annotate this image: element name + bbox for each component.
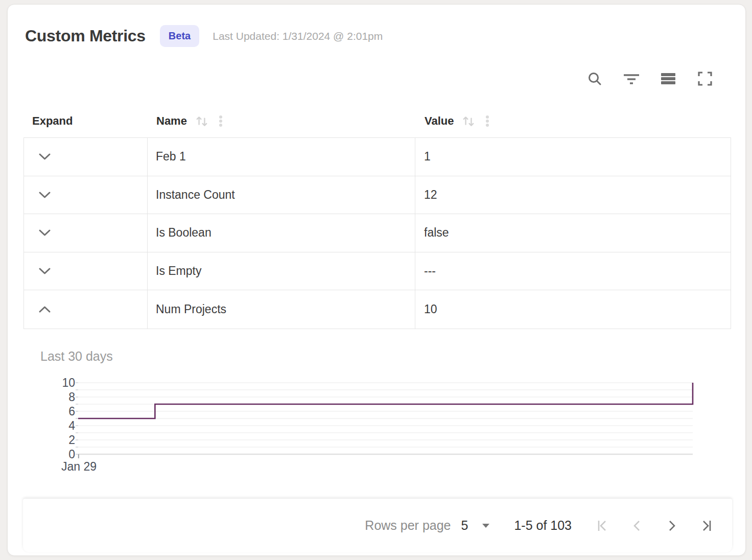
name-cell: Is Boolean [148, 214, 415, 252]
expand-cell [24, 176, 148, 214]
y-tick-label: 8 [68, 391, 75, 403]
fullscreen-button[interactable] [695, 69, 715, 88]
rows-per-page-label: Rows per page [365, 518, 451, 533]
metrics-table: Expand Name Value [24, 105, 731, 329]
table-row: Instance Count 12 [24, 176, 731, 215]
x-axis-label: Jan 29 [61, 460, 731, 474]
last-page-icon [699, 519, 714, 533]
column-header-value[interactable]: Value [415, 114, 731, 128]
chart-plot [78, 382, 693, 455]
value-cell: 10 [415, 290, 731, 329]
pagination-controls [595, 519, 714, 533]
custom-metrics-card: Custom Metrics Beta Last Updated: 1/31/2… [7, 4, 746, 556]
table-body: Feb 1 1 Instance Count 12 [24, 137, 731, 329]
pagination-range-text: 1-5 of 103 [514, 518, 572, 533]
column-header-name[interactable]: Name [148, 114, 415, 128]
y-tick-label: 0 [68, 449, 75, 460]
rows-per-page-select[interactable]: 5 [461, 518, 491, 533]
y-tick-label: 10 [62, 377, 75, 389]
column-header-expand: Expand [24, 114, 148, 128]
sort-icon[interactable] [195, 114, 208, 128]
expand-cell [24, 252, 148, 290]
next-page-button[interactable] [665, 519, 679, 533]
name-cell: Feb 1 [148, 138, 415, 176]
chevron-right-icon [665, 519, 679, 533]
sort-icon[interactable] [462, 114, 475, 128]
previous-page-button[interactable] [630, 519, 644, 533]
rows-per-page-value: 5 [461, 518, 468, 533]
last-updated-text: Last Updated: 1/31/2024 @ 2:01pm [213, 30, 383, 42]
expand-button[interactable] [35, 188, 54, 202]
page-title: Custom Metrics [25, 27, 146, 45]
y-tick-label: 6 [68, 406, 75, 417]
filter-button[interactable] [622, 69, 641, 88]
collapse-button[interactable] [35, 302, 54, 316]
table-toolbar [585, 69, 715, 88]
chevron-down-icon [38, 153, 51, 160]
expand-cell [24, 290, 148, 329]
filter-icon [623, 71, 640, 87]
chevron-up-icon [38, 306, 51, 313]
beta-badge: Beta [160, 25, 199, 47]
name-cell: Instance Count [148, 176, 415, 214]
table-row: Num Projects 10 [24, 290, 731, 329]
chevron-down-icon [38, 267, 51, 275]
name-cell: Is Empty [148, 252, 415, 290]
search-icon [586, 71, 603, 87]
expand-button[interactable] [35, 264, 54, 278]
value-cell: 1 [415, 138, 731, 176]
chevron-down-icon [38, 191, 51, 199]
last-page-button[interactable] [699, 519, 714, 533]
value-cell: 12 [415, 176, 731, 214]
chart-title: Last 30 days [40, 349, 731, 364]
table-footer: Rows per page 5 1-5 of 103 [23, 499, 732, 552]
header: Custom Metrics Beta Last Updated: 1/31/2… [25, 25, 383, 47]
expand-button[interactable] [35, 226, 54, 240]
caret-down-icon [481, 523, 490, 529]
column-menu-icon[interactable] [215, 114, 227, 128]
value-cell: false [415, 214, 731, 252]
expanded-row-chart: Last 30 days 0246810 Jan 29 [24, 349, 731, 474]
name-cell: Num Projects [148, 290, 415, 329]
value-cell: --- [415, 252, 731, 290]
chevron-left-icon [630, 519, 644, 533]
search-button[interactable] [585, 69, 604, 88]
column-menu-icon[interactable] [481, 114, 494, 128]
table-row: Feb 1 1 [24, 138, 731, 176]
table-row: Is Empty --- [24, 252, 731, 291]
y-tick-label: 4 [68, 420, 75, 432]
density-button[interactable] [659, 69, 678, 88]
table-row: Is Boolean false [24, 214, 731, 252]
expand-cell [24, 214, 148, 252]
density-icon [660, 71, 676, 87]
first-page-icon [595, 519, 609, 533]
y-axis-labels: 0246810 [24, 382, 78, 455]
fullscreen-icon [697, 71, 713, 87]
table-header-row: Expand Name Value [24, 105, 731, 137]
chevron-down-icon [38, 229, 51, 237]
expand-button[interactable] [35, 150, 54, 164]
expand-cell [24, 138, 148, 176]
y-tick-label: 2 [68, 434, 75, 446]
first-page-button[interactable] [595, 519, 609, 533]
